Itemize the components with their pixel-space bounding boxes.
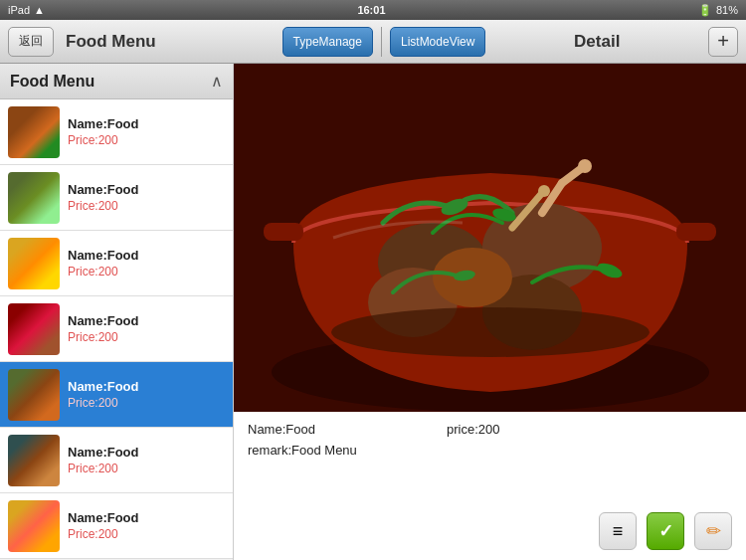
sidebar: Food Menu ∧ Name:FoodPrice:200Name:FoodP… (0, 64, 234, 560)
food-thumbnail (8, 369, 60, 421)
list-item[interactable]: Name:FoodPrice:200 (0, 231, 233, 296)
list-mode-view-button[interactable]: ListModeView (390, 27, 485, 57)
food-item-price: Price:200 (68, 330, 225, 344)
food-item-info: Name:FoodPrice:200 (68, 248, 225, 279)
svg-point-13 (538, 185, 550, 197)
food-item-name: Name:Food (68, 116, 225, 131)
list-item[interactable]: Name:FoodPrice:200 (0, 428, 233, 493)
detail-remark-label: remark:Food Menu (248, 443, 357, 458)
food-item-info: Name:FoodPrice:200 (68, 510, 225, 541)
nav-title: Food Menu (66, 32, 277, 52)
food-image (234, 64, 746, 412)
food-item-info: Name:FoodPrice:200 (68, 313, 225, 344)
food-item-price: Price:200 (68, 265, 225, 279)
status-ipad: iPad (8, 4, 30, 16)
food-thumbnail (8, 172, 60, 224)
list-item[interactable]: Name:FoodPrice:200 (0, 362, 233, 428)
detail-name-label: Name:Food (248, 422, 447, 437)
food-item-price: Price:200 (68, 199, 225, 213)
food-item-name: Name:Food (68, 313, 225, 328)
status-time: 16:01 (357, 4, 385, 16)
svg-point-14 (331, 307, 650, 357)
food-item-name: Name:Food (68, 379, 225, 394)
food-item-price: Price:200 (68, 396, 225, 410)
food-item-info: Name:FoodPrice:200 (68, 445, 225, 475)
sidebar-list: Name:FoodPrice:200Name:FoodPrice:200Name… (0, 99, 233, 560)
check-action-button[interactable]: ✓ (647, 512, 684, 550)
food-thumbnail (8, 106, 60, 158)
sidebar-header: Food Menu ∧ (0, 64, 233, 99)
svg-rect-2 (264, 223, 303, 241)
food-item-name: Name:Food (68, 248, 225, 263)
food-thumbnail (8, 238, 60, 289)
food-item-info: Name:FoodPrice:200 (68, 116, 225, 147)
status-bar: iPad ▲ 16:01 🔋 81% (0, 0, 746, 20)
food-item-price: Price:200 (68, 527, 225, 541)
svg-point-11 (578, 159, 592, 173)
check-icon: ✓ (658, 520, 673, 542)
type-manage-button[interactable]: TypeManage (282, 27, 373, 57)
battery-percent: 81% (716, 4, 738, 16)
food-thumbnail (8, 303, 60, 355)
nav-detail-title: Detail (491, 32, 702, 52)
edit-action-button[interactable]: ✏ (694, 512, 732, 550)
detail-name-row: Name:Food price:200 (248, 422, 732, 437)
add-button[interactable]: + (708, 27, 738, 57)
back-button[interactable]: 返回 (8, 27, 54, 57)
list-item[interactable]: Name:FoodPrice:200 (0, 296, 233, 362)
detail-price-label: price:200 (447, 422, 499, 437)
food-thumbnail (8, 435, 60, 486)
detail-remark-row: remark:Food Menu (248, 443, 732, 458)
nav-separator (381, 27, 382, 57)
food-item-info: Name:FoodPrice:200 (68, 182, 225, 213)
status-left: iPad ▲ (8, 4, 45, 16)
food-item-price: Price:200 (68, 462, 225, 475)
food-item-name: Name:Food (68, 182, 225, 197)
main-content: Food Menu ∧ Name:FoodPrice:200Name:FoodP… (0, 64, 746, 560)
svg-rect-3 (676, 223, 716, 241)
nav-bar: 返回 Food Menu TypeManage ListModeView Det… (0, 20, 746, 64)
edit-icon: ✏ (706, 520, 721, 542)
detail-info: Name:Food price:200 remark:Food Menu (234, 412, 746, 506)
list-action-button[interactable]: ≡ (599, 512, 637, 550)
list-item[interactable]: Name:FoodPrice:200 (0, 493, 233, 559)
wifi-icon: ▲ (34, 4, 45, 16)
collapse-icon[interactable]: ∧ (211, 72, 223, 91)
list-item[interactable]: Name:FoodPrice:200 (0, 165, 233, 231)
status-right: 🔋 81% (698, 4, 738, 17)
food-thumbnail (8, 500, 60, 552)
food-item-price: Price:200 (68, 133, 225, 147)
detail-actions: ≡ ✓ ✏ (234, 506, 746, 560)
sidebar-title: Food Menu (10, 73, 94, 91)
detail-panel: Name:Food price:200 remark:Food Menu ≡ ✓… (234, 64, 746, 560)
food-item-name: Name:Food (68, 510, 225, 525)
battery-icon: 🔋 (698, 4, 712, 17)
food-item-name: Name:Food (68, 445, 225, 460)
list-item[interactable]: Name:FoodPrice:200 (0, 99, 233, 165)
list-icon: ≡ (613, 521, 624, 542)
food-item-info: Name:FoodPrice:200 (68, 379, 225, 410)
